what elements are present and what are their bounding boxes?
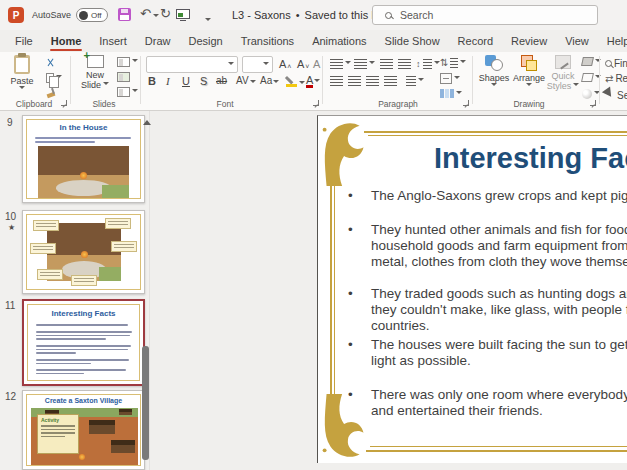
copy-icon <box>46 73 54 83</box>
columns-icon <box>406 76 416 86</box>
arrange-button[interactable]: Arrange <box>512 55 546 98</box>
align-left-button[interactable] <box>330 76 343 86</box>
shrink-font-button[interactable]: A˅ <box>297 58 309 70</box>
bullet-paragraph[interactable]: • They traded goods such as hunting dogs… <box>348 286 627 334</box>
activity-label: Activity <box>41 417 78 423</box>
underline-button[interactable]: U <box>182 75 190 87</box>
tab-draw[interactable]: Draw <box>136 30 180 52</box>
line-spacing-button[interactable]: ↕ <box>416 59 440 69</box>
cut-button[interactable] <box>46 58 56 68</box>
quick-styles-icon <box>555 55 571 69</box>
strikethrough-button[interactable]: ab <box>216 75 227 86</box>
clipboard-dialog-launcher[interactable] <box>61 100 67 106</box>
align-right-button[interactable] <box>366 76 379 86</box>
format-painter-button[interactable] <box>46 88 56 98</box>
tab-slide-show[interactable]: Slide Show <box>376 30 449 52</box>
bullet-paragraph[interactable]: • The Anglo-Saxons grew crops and kept p… <box>348 188 627 204</box>
search-icon <box>385 12 392 19</box>
shape-fill-icon <box>581 57 594 66</box>
italic-button[interactable]: I <box>166 75 170 87</box>
paragraph-dialog-launcher[interactable] <box>463 100 469 106</box>
clipboard-group-label: Clipboard <box>8 99 60 109</box>
text-line <box>36 338 106 340</box>
tab-design[interactable]: Design <box>179 30 231 52</box>
redo-icon[interactable]: ↻ <box>160 6 171 21</box>
quick-styles-button[interactable]: Quick Styles <box>547 55 579 98</box>
text-line <box>36 345 131 347</box>
save-icon[interactable] <box>118 8 131 21</box>
drawing-dialog-launcher[interactable] <box>590 100 596 106</box>
activity-box: Activity <box>37 414 79 454</box>
undo-dropdown-icon[interactable] <box>153 14 159 20</box>
ribbon: Paste Clipboard New Slide Slides A˄ A˅ A… <box>0 52 627 111</box>
slide-title[interactable]: Interesting Facts <box>434 142 627 175</box>
start-slideshow-icon[interactable] <box>176 9 190 19</box>
tab-record[interactable]: Record <box>449 30 502 52</box>
panel-scroll-up-icon[interactable] <box>143 116 151 125</box>
numbering-button[interactable] <box>354 59 375 69</box>
slide-canvas[interactable]: Interesting Facts • The Anglo-Saxons gre… <box>317 115 627 463</box>
text-direction-button[interactable]: ⇅ <box>440 57 466 68</box>
select-button[interactable]: Select <box>605 88 627 102</box>
copy-button[interactable] <box>46 73 62 83</box>
section-icon <box>117 87 130 97</box>
clear-formatting-button[interactable]: A <box>313 58 320 70</box>
grow-font-button[interactable]: A˄ <box>279 58 291 70</box>
bold-button[interactable]: B <box>148 75 156 87</box>
find-button[interactable]: Find <box>605 58 627 69</box>
powerpoint-app-icon[interactable]: P <box>8 7 24 23</box>
slide-thumbnail-11[interactable]: Interesting Facts <box>22 299 145 386</box>
columns-button[interactable] <box>406 76 424 86</box>
increase-indent-icon <box>398 59 411 69</box>
undo-icon[interactable]: ↶ <box>140 6 151 21</box>
justify-button[interactable] <box>384 76 397 86</box>
align-center-button[interactable] <box>348 76 361 86</box>
increase-indent-button[interactable] <box>398 59 411 69</box>
tab-view[interactable]: View <box>556 30 598 52</box>
character-spacing-button[interactable]: AV <box>236 75 256 86</box>
decrease-indent-button[interactable] <box>380 59 393 69</box>
search-input[interactable]: Search <box>372 5 598 25</box>
paste-label: Paste <box>10 76 33 86</box>
slide-layout-button[interactable] <box>117 57 138 67</box>
paste-button[interactable]: Paste <box>4 55 40 98</box>
new-slide-button[interactable]: New Slide <box>76 55 114 98</box>
bullet-paragraph[interactable]: • They hunted other animals and fish for… <box>348 222 627 270</box>
shape-outline-icon <box>581 73 594 82</box>
font-size-select[interactable] <box>242 56 273 73</box>
bullets-button[interactable] <box>330 59 351 69</box>
tab-transitions[interactable]: Transitions <box>232 30 303 52</box>
slide-thumbnail-12[interactable]: Create a Saxton Village Activity <box>22 390 145 470</box>
text-shadow-button[interactable]: S <box>200 75 207 87</box>
reset-slide-button[interactable] <box>117 72 130 82</box>
title-bar: P AutoSave Off ↶ ↻ L3 - Saxons • Saved t… <box>0 0 627 30</box>
customize-toolbar-icon[interactable] <box>205 10 213 28</box>
replace-button[interactable]: ⇄Replace <box>605 73 627 84</box>
bullet-paragraph[interactable]: • There was only one room where everybod… <box>348 387 627 419</box>
text-line <box>36 363 91 365</box>
bullet-glyph: • <box>348 387 371 419</box>
slide-thumbnail-9[interactable]: In the House <box>22 115 145 203</box>
change-case-button[interactable]: Aa <box>260 75 279 86</box>
tab-help[interactable]: Help <box>598 30 627 52</box>
font-color-button[interactable]: A <box>306 75 320 85</box>
panel-scrollbar[interactable] <box>142 346 149 460</box>
smartart-button[interactable] <box>440 89 462 98</box>
frame-line <box>370 446 627 447</box>
font-name-select[interactable] <box>146 56 238 73</box>
section-button[interactable] <box>117 87 138 97</box>
tab-review[interactable]: Review <box>502 30 556 52</box>
bullet-paragraph[interactable]: • The houses were built facing the sun t… <box>348 337 627 369</box>
tab-insert[interactable]: Insert <box>90 30 136 52</box>
autosave-toggle[interactable]: Off <box>76 8 108 22</box>
autosave-state: Off <box>91 11 102 20</box>
decrease-indent-icon <box>380 59 393 69</box>
shapes-button[interactable]: Shapes <box>477 55 511 98</box>
align-text-button[interactable] <box>440 73 460 84</box>
highlight-button[interactable] <box>286 75 305 87</box>
slide-thumbnail-10[interactable] <box>22 210 145 294</box>
tab-animations[interactable]: Animations <box>303 30 375 52</box>
shape-effects-button[interactable] <box>582 89 600 99</box>
tab-file[interactable]: File <box>6 30 42 52</box>
font-dialog-launcher[interactable] <box>313 100 319 106</box>
